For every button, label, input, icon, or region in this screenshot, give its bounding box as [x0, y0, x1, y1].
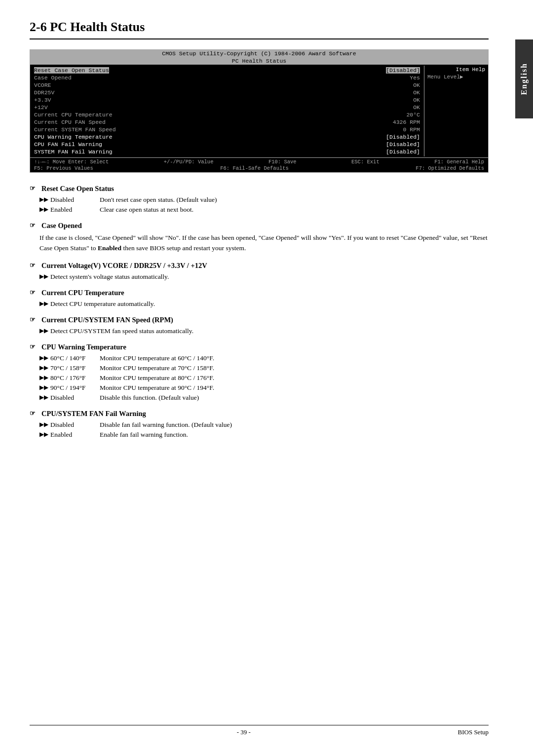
section-current-cpu-temp: ☞Current CPU Temperature▶▶Detect CPU tem… — [30, 289, 489, 308]
bullet-arrow-icon: ▶▶ — [39, 384, 48, 392]
bullet-desc: Enable fan fail warning function. — [100, 431, 489, 439]
section-heading-case-opened: ☞Case Opened — [30, 222, 489, 230]
bios-footer: ↑↓→←: Move Enter: Select +/-/PU/PD: Valu… — [30, 157, 488, 172]
footer-value: +/-/PU/PD: Value — [164, 159, 214, 165]
footer-f5: F5: Previous Values — [34, 165, 93, 171]
section-paragraph: If the case is closed, "Case Opened" wil… — [39, 233, 489, 254]
footer-esc: ESC: Exit — [351, 159, 380, 165]
section-current-voltage: ☞Current Voltage(V) VCORE / DDR25V / +3.… — [30, 262, 489, 281]
section-heading-current-voltage: ☞Current Voltage(V) VCORE / DDR25V / +3.… — [30, 262, 489, 270]
phone-icon: ☞ — [30, 262, 38, 269]
bios-row: Current SYSTEM FAN Speed0 RPM — [34, 126, 420, 133]
section-cpu-warning-temp: ☞CPU Warning Temperature▶▶60°C / 140°FMo… — [30, 343, 489, 402]
bullet-arrow-icon: ▶▶ — [39, 364, 48, 372]
bios-header2: PC Health Status — [30, 57, 488, 65]
bullet-label: Disabled — [50, 196, 100, 204]
bullet-arrow-icon: ▶▶ — [39, 273, 48, 281]
bullet-desc: Don't reset case open status. (Default v… — [100, 196, 489, 204]
bullet-desc: Monitor CPU temperature at 70°C / 158°F. — [100, 364, 489, 372]
section-heading-current-cpu-temp: ☞Current CPU Temperature — [30, 289, 489, 297]
bullet-desc: Monitor CPU temperature at 60°C / 140°F. — [100, 354, 489, 362]
bios-row: Reset Case Open Status[Disabled] — [34, 67, 420, 74]
bios-item-help: Item Help Menu Level▶ — [424, 66, 488, 156]
heading-text: CPU Warning Temperature — [41, 343, 126, 351]
bullet-arrow-icon: ▶▶ — [39, 300, 48, 308]
footer-page-num: - 39 - — [30, 728, 458, 736]
heading-text: Reset Case Open Status — [41, 185, 114, 193]
bios-row: VCOREOK — [34, 81, 420, 89]
bullet-desc: Disable this function. (Default value) — [100, 394, 489, 402]
bullet-label: 90°C / 194°F — [50, 384, 100, 392]
heading-text: Current CPU/SYSTEM FAN Speed (RPM) — [41, 316, 173, 324]
section-body-cpu-warning-temp: ▶▶60°C / 140°FMonitor CPU temperature at… — [30, 354, 489, 402]
bullet-desc: Detect CPU/SYSTEM fan speed status autom… — [50, 327, 489, 335]
section-body-current-cpu-temp: ▶▶Detect CPU temperature automatically. — [30, 300, 489, 308]
bios-row: +12VOK — [34, 104, 420, 111]
bullet-row: ▶▶DisabledDon't reset case open status. … — [39, 196, 489, 204]
bullet-arrow-icon: ▶▶ — [39, 421, 48, 429]
section-current-fan-speed: ☞Current CPU/SYSTEM FAN Speed (RPM)▶▶Det… — [30, 316, 489, 335]
footer-f10: F10: Save — [268, 159, 297, 165]
bullet-row: ▶▶EnabledEnable fan fail warning functio… — [39, 431, 489, 439]
bios-header1: CMOS Setup Utility-Copyright (C) 1984-20… — [30, 50, 488, 57]
section-body-current-voltage: ▶▶Detect system's voltage status automat… — [30, 273, 489, 281]
section-body-reset-case-open-status: ▶▶DisabledDon't reset case open status. … — [30, 196, 489, 214]
footer-f7: F7: Optimized Defaults — [416, 165, 484, 171]
bullet-label: Enabled — [50, 431, 100, 439]
bullet-arrow-icon: ▶▶ — [39, 374, 48, 382]
english-label: English — [520, 63, 529, 95]
bullet-label: 80°C / 176°F — [50, 374, 100, 382]
phone-icon: ☞ — [30, 343, 38, 351]
bios-row: CPU FAN Fail Warning[Disabled] — [34, 141, 420, 148]
bullet-label: Disabled — [50, 394, 100, 402]
bullet-label: 70°C / 158°F — [50, 364, 100, 372]
bios-row: Current CPU FAN Speed4326 RPM — [34, 118, 420, 126]
bullet-desc: Monitor CPU temperature at 90°C / 194°F. — [100, 384, 489, 392]
section-body-case-opened: If the case is closed, "Case Opened" wil… — [30, 233, 489, 254]
bios-row: Current CPU Temperature20°C — [34, 111, 420, 118]
bios-row: CPU Warning Temperature[Disabled] — [34, 133, 420, 141]
section-heading-current-fan-speed: ☞Current CPU/SYSTEM FAN Speed (RPM) — [30, 316, 489, 324]
menu-level: Menu Level▶ — [427, 74, 485, 80]
bios-settings-list: Reset Case Open Status[Disabled]Case Ope… — [30, 66, 424, 156]
section-cpu-system-fan-fail: ☞CPU/SYSTEM FAN Fail Warning▶▶DisabledDi… — [30, 410, 489, 439]
heading-text: CPU/SYSTEM FAN Fail Warning — [41, 410, 146, 418]
bullet-label: 60°C / 140°F — [50, 354, 100, 362]
section-body-current-fan-speed: ▶▶Detect CPU/SYSTEM fan speed status aut… — [30, 327, 489, 335]
section-reset-case-open-status: ☞Reset Case Open Status▶▶DisabledDon't r… — [30, 185, 489, 214]
english-tab: English — [515, 39, 533, 118]
bios-screenshot: CMOS Setup Utility-Copyright (C) 1984-20… — [30, 49, 489, 173]
footer-f6: F6: Fail-Safe Defaults — [220, 165, 289, 171]
section-heading-cpu-warning-temp: ☞CPU Warning Temperature — [30, 343, 489, 351]
bullet-arrow-icon: ▶▶ — [39, 394, 48, 402]
phone-icon: ☞ — [30, 289, 38, 297]
section-heading-cpu-system-fan-fail: ☞CPU/SYSTEM FAN Fail Warning — [30, 410, 489, 418]
bullet-row: ▶▶DisabledDisable this function. (Defaul… — [39, 394, 489, 402]
phone-icon: ☞ — [30, 316, 38, 324]
phone-icon: ☞ — [30, 410, 38, 417]
bullet-row: ▶▶Detect CPU/SYSTEM fan speed status aut… — [39, 327, 489, 335]
phone-icon: ☞ — [30, 185, 38, 192]
item-help-title: Item Help — [427, 67, 485, 73]
footer-bios-setup: BIOS Setup — [458, 728, 489, 736]
phone-icon: ☞ — [30, 222, 38, 229]
bullet-desc: Clear case open status at next boot. — [100, 206, 489, 214]
bullet-label: Disabled — [50, 421, 100, 429]
bullet-desc: Detect CPU temperature automatically. — [50, 300, 489, 308]
heading-text: Case Opened — [41, 222, 82, 230]
bullet-desc: Disable fan fail warning function. (Defa… — [100, 421, 489, 429]
bullet-arrow-icon: ▶▶ — [39, 354, 48, 362]
chapter-number: 2-6 PC Health Status — [30, 20, 145, 34]
bullet-arrow-icon: ▶▶ — [39, 196, 48, 204]
section-case-opened: ☞Case OpenedIf the case is closed, "Case… — [30, 222, 489, 254]
heading-text: Current CPU Temperature — [41, 289, 124, 297]
section-body-cpu-system-fan-fail: ▶▶DisabledDisable fan fail warning funct… — [30, 421, 489, 439]
bullet-row: ▶▶DisabledDisable fan fail warning funct… — [39, 421, 489, 429]
section-heading-reset-case-open-status: ☞Reset Case Open Status — [30, 185, 489, 193]
bullet-arrow-icon: ▶▶ — [39, 327, 48, 335]
heading-text: Current Voltage(V) VCORE / DDR25V / +3.3… — [41, 262, 207, 270]
bullet-desc: Monitor CPU temperature at 80°C / 176°F. — [100, 374, 489, 382]
bullet-arrow-icon: ▶▶ — [39, 431, 48, 439]
footer-f1: F1: General Help — [434, 159, 484, 165]
footer-move: ↑↓→←: Move Enter: Select — [34, 159, 109, 165]
